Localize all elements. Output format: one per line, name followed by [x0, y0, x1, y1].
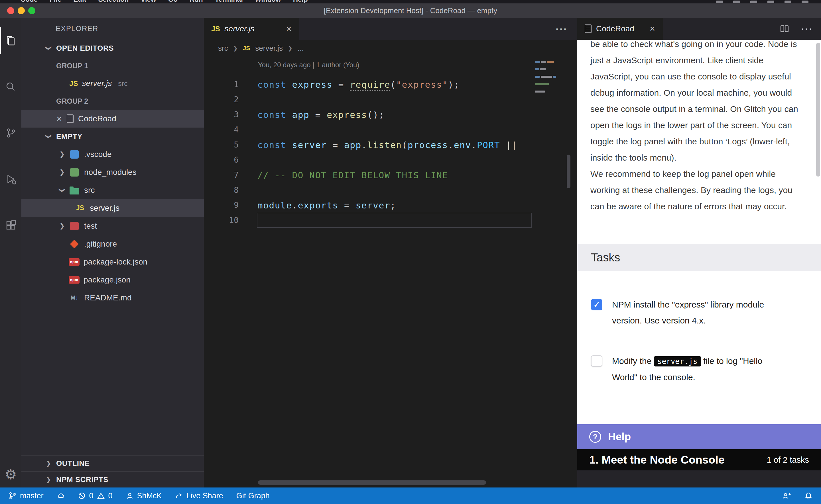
chevron-down-icon: ❯	[45, 42, 52, 55]
close-icon[interactable]: ✕	[286, 25, 292, 33]
menu-item-view[interactable]: View	[140, 0, 156, 3]
chevron-right-icon: ❯	[42, 460, 55, 467]
code-line[interactable]: 1const express = require("express");	[204, 77, 577, 92]
line-number: 3	[204, 110, 239, 119]
vscode-folder-icon	[69, 149, 80, 160]
workspace-folder-header[interactable]: ❯ EMPTY	[21, 128, 204, 145]
breadcrumb-file[interactable]: server.js	[255, 44, 283, 53]
file-tree-item-src[interactable]: ❯src	[21, 181, 204, 199]
problems-indicator[interactable]: 0 0	[78, 491, 113, 500]
macos-menu-bar: Code File Edit Selection View Go Run Ter…	[0, 0, 821, 3]
menu-item-window[interactable]: Window	[255, 0, 281, 3]
help-bar[interactable]: ? Help	[577, 424, 821, 449]
open-editor-file-name: server.js	[82, 79, 112, 88]
window-title: [Extension Development Host] - CodeRoad …	[0, 3, 821, 18]
editor-horizontal-scrollbar[interactable]	[258, 480, 486, 485]
file-tree-item-server.js[interactable]: JSserver.js	[21, 199, 204, 217]
chevron-right-icon: ❯	[56, 222, 69, 230]
activity-bar: ⚙	[0, 18, 21, 487]
menu-item-help[interactable]: Help	[293, 0, 308, 3]
git-icon	[69, 238, 80, 250]
zoom-window-button[interactable]	[28, 7, 35, 14]
checkbox-checked[interactable]: ✓	[591, 299, 602, 310]
file-tree-item-test[interactable]: ❯test	[21, 217, 204, 235]
code-editor[interactable]: You, 20 days ago | 1 author (You) 1const…	[204, 56, 577, 487]
code-line-content: // -- DO NOT EDIT BELOW THIS LINE	[239, 170, 448, 180]
settings-gear-icon[interactable]: ⚙	[0, 466, 21, 482]
menu-item-terminal[interactable]: Terminal	[215, 0, 243, 3]
live-share-account[interactable]: ShMcK	[126, 491, 162, 500]
menu-item-run[interactable]: Run	[189, 0, 203, 3]
split-editor-icon[interactable]	[779, 24, 790, 34]
title-bar: [Extension Development Host] - CodeRoad …	[0, 3, 821, 18]
code-line[interactable]: 10	[204, 213, 577, 228]
chevron-right-icon: ❯	[233, 45, 238, 52]
file-name: .gitignore	[84, 239, 117, 249]
sidebar-title: EXPLORER	[21, 18, 204, 39]
open-editor-server-js[interactable]: JS server.js src	[21, 75, 204, 92]
code-line[interactable]: 5const server = app.listen(process.env.P…	[204, 137, 577, 152]
code-line[interactable]: 9module.exports = server;	[204, 198, 577, 213]
npm-scripts-section-header[interactable]: ❯ NPM SCRIPTS	[21, 471, 204, 487]
git-branch-indicator[interactable]: master	[9, 491, 44, 500]
outline-section-header[interactable]: ❯ OUTLINE	[21, 455, 204, 471]
add-person-icon[interactable]	[782, 492, 791, 500]
task-text: Modify the server.js file to log "Hello …	[612, 353, 783, 385]
activity-search-button[interactable]	[0, 64, 21, 110]
breadcrumb[interactable]: src ❯ JS server.js ❯ ...	[204, 40, 577, 56]
file-name: test	[84, 222, 97, 231]
file-tree-item-package.json[interactable]: npmpackage.json	[21, 271, 204, 289]
tab-server-js[interactable]: JS server.js ✕	[204, 18, 299, 40]
file-tree-item-package-lock.json[interactable]: npmpackage-lock.json	[21, 253, 204, 271]
open-editor-coderoad[interactable]: ✕ CodeRoad	[21, 110, 204, 128]
git-graph-button[interactable]: Git Graph	[236, 491, 270, 500]
editor-vertical-scrollbar[interactable]	[567, 155, 570, 188]
notifications-bell-icon[interactable]	[804, 492, 812, 500]
minimize-window-button[interactable]	[18, 7, 25, 14]
code-line[interactable]: 7// -- DO NOT EDIT BELOW THIS LINE	[204, 167, 577, 183]
code-line[interactable]: 4	[204, 122, 577, 137]
editor-group: JS server.js ✕ ⋯ src ❯ JS server.js ❯ ..…	[204, 18, 577, 487]
live-share-button[interactable]: Live Share	[175, 491, 223, 500]
menu-item-selection[interactable]: Selection	[98, 0, 129, 3]
activity-extensions-button[interactable]	[0, 202, 21, 248]
code-line[interactable]: 3const app = express();	[204, 107, 577, 122]
file-tree-item-node_modules[interactable]: ❯node_modules	[21, 163, 204, 181]
webview-scrollbar[interactable]	[816, 43, 820, 177]
menu-item-code[interactable]: Code	[21, 0, 38, 3]
gitlens-blame-annotation[interactable]: You, 20 days ago | 1 author (You)	[258, 61, 359, 69]
file-tree-item-.vscode[interactable]: ❯.vscode	[21, 145, 204, 163]
minimap[interactable]	[533, 58, 559, 95]
menubar-status-icon	[750, 1, 757, 3]
breadcrumb-folder[interactable]: src	[218, 44, 228, 53]
panel-more-actions-button[interactable]: ⋯	[800, 22, 813, 36]
close-icon[interactable]: ✕	[650, 25, 656, 33]
sync-changes-button[interactable]	[57, 492, 65, 500]
inline-code: server.js	[654, 356, 701, 366]
file-name: node_modules	[84, 168, 136, 177]
code-line[interactable]: 6	[204, 152, 577, 167]
activity-source-control-button[interactable]	[0, 110, 21, 156]
lesson-title: 1. Meet the Node Console	[589, 454, 767, 466]
file-icon	[585, 24, 591, 33]
code-line[interactable]: 8	[204, 183, 577, 198]
activity-explorer-button[interactable]	[0, 18, 21, 64]
editor-more-actions-button[interactable]: ⋯	[555, 22, 577, 36]
code-line[interactable]: 2	[204, 92, 577, 107]
extensions-icon	[4, 219, 17, 232]
file-tree-item-README.md[interactable]: M↓README.md	[21, 289, 204, 307]
lesson-progress-bar[interactable]: 1. Meet the Node Console 1 of 2 tasks	[577, 449, 821, 470]
close-icon[interactable]: ✕	[56, 115, 62, 123]
tasks-section-header: Tasks	[577, 244, 821, 271]
close-window-button[interactable]	[7, 7, 14, 14]
task-text: NPM install the "express" library module…	[612, 297, 783, 329]
activity-run-debug-button[interactable]	[0, 156, 21, 202]
menu-item-edit[interactable]: Edit	[73, 0, 86, 3]
breadcrumb-symbol[interactable]: ...	[298, 44, 304, 53]
tab-coderoad[interactable]: CodeRoad ✕	[577, 18, 663, 40]
menu-item-go[interactable]: Go	[168, 0, 177, 3]
file-tree-item-.gitignore[interactable]: .gitignore	[21, 235, 204, 253]
checkbox-unchecked[interactable]	[591, 355, 602, 367]
open-editors-header[interactable]: ❯ OPEN EDITORS	[21, 39, 204, 57]
menu-item-file[interactable]: File	[50, 0, 61, 3]
